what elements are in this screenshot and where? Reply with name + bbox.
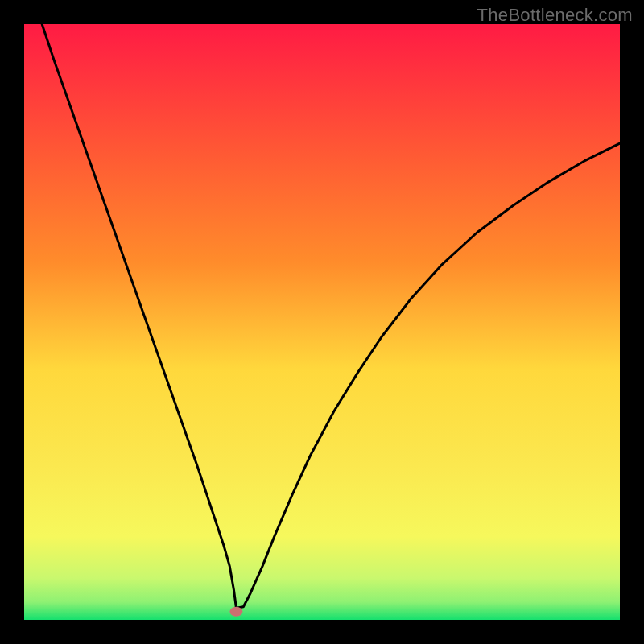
min-marker [229,607,242,617]
chart-svg [24,24,620,620]
chart-frame: TheBottleneck.com [0,0,644,644]
watermark-text: TheBottleneck.com [477,5,633,26]
gradient-background [24,24,620,620]
plot-area [24,24,620,620]
